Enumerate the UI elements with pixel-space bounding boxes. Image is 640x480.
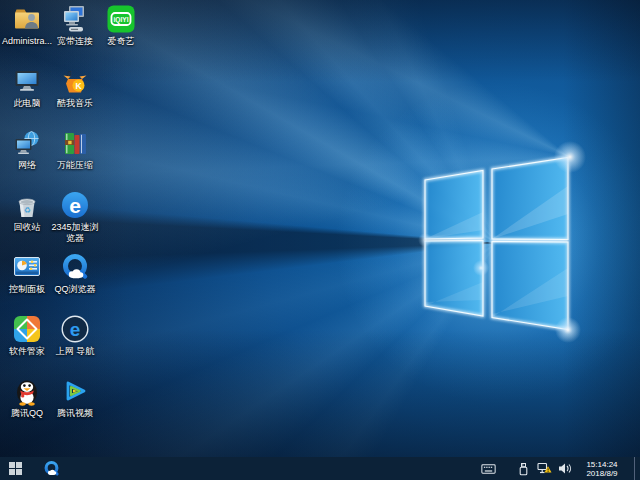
usb-device-icon <box>517 462 530 476</box>
svg-text:K: K <box>75 81 82 91</box>
desktop-icon-label: 2345加速浏览器 <box>47 222 103 244</box>
desktop-icon-tencent-video[interactable]: 腾讯视频 <box>51 376 99 419</box>
desktop-icon-broadband-connection[interactable]: 宽带连接 <box>51 4 99 47</box>
qq-browser-taskbar-icon <box>43 460 60 477</box>
desktop-icon-tencent-qq[interactable]: 腾讯QQ <box>3 376 51 419</box>
taskbar-qq-browser-button[interactable] <box>36 457 66 480</box>
clock-date: 2018/8/9 <box>580 469 624 478</box>
compression-tool-icon <box>60 128 90 158</box>
volume-tray-button[interactable] <box>557 457 573 480</box>
desktop-icon-label: QQ浏览器 <box>47 284 103 295</box>
this-pc-icon <box>12 66 42 96</box>
windows-logo-icon <box>9 462 22 475</box>
svg-text:iQIYI: iQIYI <box>113 16 128 24</box>
kuwo-music-icon: ♫ K <box>60 66 90 96</box>
tencent-video-icon <box>60 376 90 406</box>
desktop-icon-kuwo-music[interactable]: ♫ K 酷我音乐 <box>51 66 99 109</box>
desktop-icon-label: 上网 导航 <box>47 346 103 357</box>
software-manager-icon <box>12 314 42 344</box>
qq-browser-icon <box>60 252 90 282</box>
control-panel-icon <box>12 252 42 282</box>
network-status-tray-button[interactable] <box>536 457 552 480</box>
network-warning-icon <box>537 462 552 475</box>
recycle-bin-icon: ♻ <box>12 190 42 220</box>
start-button[interactable] <box>0 457 30 480</box>
desktop-icon-compression-tool[interactable]: 万能压缩 <box>51 128 99 171</box>
usb-device-tray-button[interactable] <box>515 457 531 480</box>
desktop-icon-software-manager[interactable]: 软件管家 <box>3 314 51 357</box>
system-tray: 15:14:24 2018/8/9 <box>480 457 640 480</box>
desktop-icon-label: 爱奇艺 <box>93 36 149 47</box>
touch-keyboard-tray-button[interactable] <box>480 457 496 480</box>
taskbar: 15:14:24 2018/8/9 <box>0 457 640 480</box>
desktop-icon-web-navigation[interactable]: e 上网 导航 <box>51 314 99 357</box>
user-files-folder-icon <box>12 4 42 34</box>
desktop-wallpaper: Administra... 此电脑 网络 <box>0 0 640 457</box>
desktop-icon-2345-browser[interactable]: e 2345加速浏览器 <box>51 190 99 244</box>
desktop-icon-label: 腾讯视频 <box>47 408 103 419</box>
svg-text:e: e <box>70 319 81 340</box>
broadband-connection-icon <box>60 4 90 34</box>
touch-keyboard-icon <box>481 463 496 475</box>
desktop-icon-label: 万能压缩 <box>47 160 103 171</box>
volume-icon <box>558 462 572 475</box>
network-icon <box>12 128 42 158</box>
desktop-icon-control-panel[interactable]: 控制面板 <box>3 252 51 295</box>
desktop-icon-qq-browser[interactable]: QQ浏览器 <box>51 252 99 295</box>
web-navigation-icon: e <box>60 314 90 344</box>
taskbar-clock[interactable]: 15:14:24 2018/8/9 <box>578 460 626 478</box>
clock-time: 15:14:24 <box>580 460 624 469</box>
desktop-icon-recycle-bin[interactable]: ♻ 回收站 <box>3 190 51 233</box>
desktop-icon-user-files[interactable]: Administra... <box>3 4 51 47</box>
desktop-icon-this-pc[interactable]: 此电脑 <box>3 66 51 109</box>
svg-text:e: e <box>69 194 81 217</box>
desktop-icon-iqiyi[interactable]: iQIYI 爱奇艺 <box>97 4 145 47</box>
tencent-qq-icon <box>12 376 42 406</box>
svg-text:♻: ♻ <box>23 206 30 215</box>
iqiyi-icon: iQIYI <box>106 4 136 34</box>
show-desktop-button[interactable] <box>634 457 640 480</box>
windows-desktop-screen: Administra... 此电脑 网络 <box>0 0 640 480</box>
desktop-icon-network[interactable]: 网络 <box>3 128 51 171</box>
desktop-icon-label: 酷我音乐 <box>47 98 103 109</box>
2345-browser-icon: e <box>60 190 90 220</box>
